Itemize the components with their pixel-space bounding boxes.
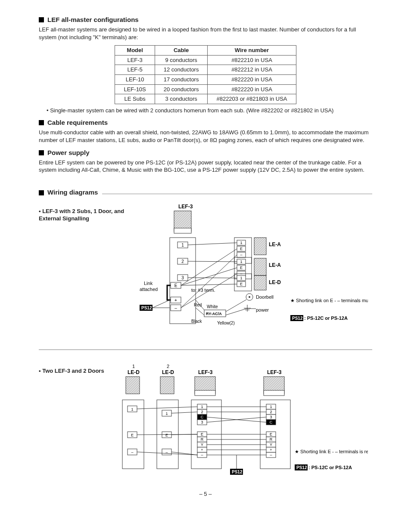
svg-text:White: White bbox=[207, 304, 218, 309]
svg-text:power: power bbox=[256, 307, 269, 312]
svg-text:–: – bbox=[240, 253, 242, 257]
table-row: LEF-1017 conductors#822220 in USA bbox=[115, 74, 296, 84]
svg-text:Doorbell: Doorbell bbox=[256, 294, 274, 300]
svg-text:E: E bbox=[201, 432, 203, 436]
svg-text:LE-A: LE-A bbox=[269, 262, 281, 268]
diagram2-heading: Two LEF-3 and 2 Doors bbox=[39, 367, 116, 375]
link-label-a: Link bbox=[144, 281, 153, 286]
svg-text:E: E bbox=[270, 432, 272, 436]
th-wire: Wire number bbox=[208, 46, 296, 56]
svg-line-17 bbox=[153, 300, 170, 308]
svg-text:1: 1 bbox=[132, 364, 135, 369]
svg-text:3: 3 bbox=[201, 420, 203, 424]
svg-text:PS12: PS12 bbox=[141, 306, 152, 310]
svg-text:to: #3 term.: to: #3 term. bbox=[191, 288, 215, 293]
rule bbox=[102, 194, 372, 194]
svg-text:R: R bbox=[269, 437, 272, 442]
svg-text:2: 2 bbox=[270, 410, 272, 414]
svg-text:LE-A: LE-A bbox=[269, 241, 281, 247]
svg-text:+: + bbox=[201, 448, 203, 452]
svg-text:PS12: PS12 bbox=[296, 465, 307, 470]
svg-text:–: – bbox=[270, 453, 272, 457]
svg-text:C: C bbox=[269, 420, 272, 424]
table-row: LEF-10S20 conductors#822220 in USA bbox=[115, 84, 296, 94]
section-title: Power supply bbox=[47, 148, 90, 157]
svg-text:PS12: PS12 bbox=[292, 316, 303, 321]
svg-rect-84 bbox=[195, 390, 215, 396]
svg-line-47 bbox=[181, 249, 237, 285]
table-row: LEF-39 conductors#822210 in USA bbox=[115, 55, 296, 65]
svg-text:: PS-12C or PS-12A: : PS-12C or PS-12A bbox=[308, 465, 352, 470]
single-master-note: Single-master system can be wired with 2… bbox=[47, 107, 372, 114]
svg-text:2: 2 bbox=[167, 364, 169, 369]
svg-text:E: E bbox=[240, 247, 243, 251]
svg-line-60 bbox=[226, 300, 246, 312]
th-model: Model bbox=[115, 46, 155, 56]
svg-text:R: R bbox=[200, 437, 203, 442]
section-title: LEF all-master configurations bbox=[47, 15, 139, 24]
svg-rect-82 bbox=[160, 377, 174, 394]
svg-text:LEF-3: LEF-3 bbox=[198, 369, 213, 375]
svg-text:C: C bbox=[200, 415, 203, 419]
svg-line-48 bbox=[181, 268, 237, 285]
section-title: Cable requirements bbox=[47, 118, 108, 127]
svg-point-54 bbox=[249, 296, 250, 298]
svg-text:RY-AC/A: RY-AC/A bbox=[206, 312, 222, 316]
svg-text:E: E bbox=[240, 282, 243, 286]
section-cable-req: Cable requirements bbox=[39, 118, 372, 127]
svg-text:LEF-3: LEF-3 bbox=[267, 369, 282, 375]
table-row: LEF-512 conductors#822212 in USA bbox=[115, 65, 296, 75]
svg-line-140 bbox=[171, 412, 197, 413]
svg-text:E: E bbox=[240, 266, 243, 270]
svg-line-49 bbox=[181, 284, 237, 285]
svg-text:1: 1 bbox=[201, 405, 203, 409]
wiring-svg-2: 1 2 LE-D LE-D LEF-3 LEF-3 1 E – 1 E – 1 … bbox=[118, 363, 368, 479]
svg-text:E: E bbox=[165, 433, 168, 437]
bullet-icon bbox=[39, 190, 44, 195]
svg-rect-81 bbox=[126, 377, 140, 394]
separator bbox=[39, 350, 372, 350]
diagram2: 1 2 LE-D LE-D LEF-3 LEF-3 1 E – 1 E – 1 … bbox=[118, 363, 368, 479]
svg-text:1: 1 bbox=[131, 407, 133, 411]
svg-text:1: 1 bbox=[240, 260, 242, 264]
svg-rect-86 bbox=[264, 390, 284, 396]
svg-text:–: – bbox=[165, 450, 168, 455]
svg-text:: PS-12C or PS-12A: : PS-12C or PS-12A bbox=[304, 315, 348, 321]
svg-rect-42 bbox=[254, 275, 266, 290]
page-number: – 5 – bbox=[39, 490, 372, 498]
svg-text:LE-D: LE-D bbox=[269, 279, 281, 285]
section-para: LEF all-master systems are designed to b… bbox=[39, 26, 372, 41]
svg-text:2: 2 bbox=[201, 410, 203, 414]
svg-text:LE-D: LE-D bbox=[128, 369, 140, 375]
svg-text:2: 2 bbox=[181, 259, 184, 264]
bullet-icon bbox=[39, 120, 44, 125]
svg-text:+: + bbox=[174, 298, 177, 303]
section-wiring: Wiring diagrams bbox=[39, 188, 372, 197]
svg-text:LE-D: LE-D bbox=[162, 369, 174, 375]
svg-text:1: 1 bbox=[181, 243, 184, 247]
svg-text:1: 1 bbox=[165, 411, 168, 416]
svg-rect-26 bbox=[254, 238, 266, 255]
svg-text:★ Shorting link E - – terminal: ★ Shorting link E - – terminals is remov… bbox=[295, 449, 368, 454]
th-cable: Cable bbox=[155, 46, 208, 56]
section-lef-config: LEF all-master configurations bbox=[39, 15, 372, 24]
section-para: Use multi-conductor cable with an overal… bbox=[39, 129, 372, 144]
diagram1-heading: LEF-3 with 2 Subs, 1 Door, and External … bbox=[39, 207, 125, 223]
link-label-b: attached bbox=[140, 287, 158, 292]
table-header-row: Model Cable Wire number bbox=[115, 46, 296, 56]
svg-text:Y: Y bbox=[201, 442, 203, 447]
bullet-icon bbox=[39, 150, 44, 155]
wire-table: Model Cable Wire number LEF-39 conductor… bbox=[115, 45, 296, 104]
svg-text:–: – bbox=[131, 450, 133, 455]
svg-text:Red: Red bbox=[194, 303, 202, 307]
section-title: Wiring diagrams bbox=[47, 188, 98, 197]
svg-line-44 bbox=[188, 243, 237, 245]
svg-rect-35 bbox=[254, 258, 266, 275]
svg-line-59 bbox=[196, 308, 204, 315]
svg-text:1: 1 bbox=[240, 241, 242, 245]
svg-text:Yellow(2): Yellow(2) bbox=[217, 321, 235, 325]
svg-text:Y: Y bbox=[270, 442, 272, 447]
svg-text:3: 3 bbox=[181, 275, 184, 280]
svg-text:3: 3 bbox=[270, 415, 272, 419]
svg-text:–: – bbox=[174, 306, 177, 310]
